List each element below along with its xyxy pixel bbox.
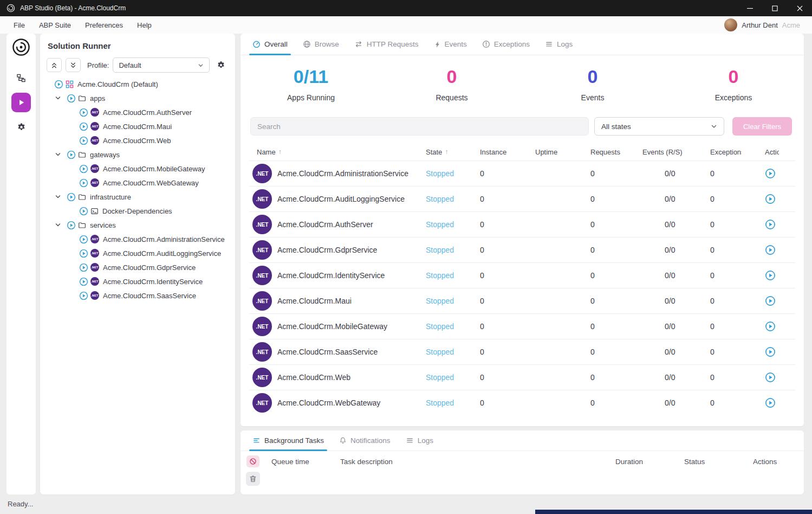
start-app-button[interactable]	[765, 397, 776, 408]
tree-item[interactable]: .NET Acme.CloudCrm.WebGateway	[40, 176, 235, 190]
tree-item[interactable]: .NET Acme.CloudCrm.SaasService	[40, 288, 235, 303]
tab[interactable]: Events	[426, 34, 475, 55]
tree-item[interactable]: .NET Acme.CloudCrm.AdministrationService	[40, 232, 235, 246]
start-app-button[interactable]	[765, 194, 776, 204]
close-button[interactable]	[787, 0, 812, 16]
tab[interactable]: Logs	[537, 34, 580, 55]
tree-item[interactable]: .NET infrastructure	[40, 190, 235, 204]
runner-settings-button[interactable]	[213, 57, 229, 73]
play-circle-icon[interactable]	[79, 108, 88, 117]
column-header[interactable]: State ↑	[426, 148, 480, 156]
chevron-down-icon[interactable]	[54, 222, 62, 228]
column-header[interactable]: Name ↑	[249, 148, 426, 156]
tree-item[interactable]: .NET Acme.CloudCrm.AuthServer	[40, 105, 235, 119]
table-row[interactable]: .NET Acme.CloudCrm.GdprService Stopped 0…	[249, 237, 795, 262]
table-row[interactable]: .NET Acme.CloudCrm.WebGateway Stopped 0 …	[249, 390, 795, 415]
table-row[interactable]: .NET Acme.CloudCrm.SaasService Stopped 0…	[249, 339, 795, 364]
cancel-task-button[interactable]	[246, 455, 259, 467]
hierarchy-icon	[16, 73, 26, 83]
play-circle-icon[interactable]	[79, 249, 88, 258]
play-circle-icon[interactable]	[79, 291, 88, 300]
solution-explorer-button[interactable]	[11, 68, 31, 88]
menu-item[interactable]: ABP Suite	[32, 21, 78, 29]
play-circle-icon[interactable]	[79, 207, 88, 216]
play-circle-icon[interactable]	[67, 94, 76, 103]
tab[interactable]: Logs	[398, 431, 441, 451]
column-header[interactable]: Actions	[765, 148, 795, 156]
dotnet-badge: .NET	[252, 342, 272, 362]
play-circle-icon[interactable]	[79, 178, 88, 188]
play-circle-icon[interactable]	[67, 150, 76, 159]
column-header[interactable]: Uptime	[535, 148, 590, 156]
play-circle-icon[interactable]	[79, 164, 88, 174]
play-circle-icon[interactable]	[79, 277, 88, 286]
menu-item[interactable]: Help	[130, 21, 159, 29]
tab[interactable]: Overall	[245, 34, 295, 55]
state-badge: Stopped	[426, 322, 480, 331]
table-row[interactable]: .NET Acme.CloudCrm.Maui Stopped 0 0 0/0 …	[249, 288, 795, 313]
maximize-button[interactable]	[762, 0, 787, 16]
tree-item[interactable]: .NET Acme.CloudCrm.AuditLoggingService	[40, 246, 235, 260]
table-row[interactable]: .NET Acme.CloudCrm.Web Stopped 0 0 0/0 0	[249, 364, 795, 390]
tab[interactable]: HTTP Requests	[347, 34, 426, 55]
minimize-button[interactable]	[737, 0, 762, 16]
column-header[interactable]: Events (R/S)	[642, 148, 710, 156]
state-filter-select[interactable]: All states	[594, 117, 724, 136]
settings-button[interactable]	[11, 117, 31, 137]
play-circle-icon[interactable]	[54, 80, 63, 89]
chevron-down-icon[interactable]	[54, 95, 62, 101]
tab[interactable]: Browse	[295, 34, 347, 55]
play-circle-icon[interactable]	[79, 235, 88, 244]
menu-item[interactable]: Preferences	[78, 21, 130, 29]
tree-item[interactable]: .NET Acme.CloudCrm.IdentityService	[40, 274, 235, 288]
solution-runner-button[interactable]	[11, 93, 31, 112]
tree-item[interactable]: .NET apps	[40, 91, 235, 105]
start-app-button[interactable]	[765, 321, 776, 332]
column-header[interactable]: Instance	[480, 148, 535, 156]
table-row[interactable]: .NET Acme.CloudCrm.IdentityService Stopp…	[249, 262, 795, 288]
tree-item[interactable]: .NET services	[40, 218, 235, 232]
start-app-button[interactable]	[765, 346, 776, 357]
start-app-button[interactable]	[765, 372, 776, 383]
play-circle-icon[interactable]	[79, 136, 88, 145]
start-app-button[interactable]	[765, 168, 776, 179]
start-app-button[interactable]	[765, 270, 776, 281]
clear-tasks-button[interactable]	[246, 472, 260, 486]
tree-item[interactable]: .NET Acme.CloudCrm.Maui	[40, 119, 235, 133]
column-header[interactable]: Requests	[590, 148, 642, 156]
tab[interactable]: Exceptions	[475, 34, 537, 55]
collapse-all-button[interactable]	[47, 58, 62, 72]
start-app-button[interactable]	[765, 295, 776, 306]
tree-item[interactable]: .NET Acme.CloudCrm.GdprService	[40, 260, 235, 274]
play-circle-icon[interactable]	[67, 221, 76, 230]
user-block[interactable]: Arthur Dent Acme	[724, 18, 812, 31]
table-row[interactable]: .NET Acme.CloudCrm.AdministrationService…	[249, 160, 795, 186]
tree-item[interactable]: .NET Acme.CloudCrm (Default)	[40, 77, 235, 91]
stat-value: 0/11	[241, 66, 381, 87]
expand-all-button[interactable]	[66, 58, 81, 72]
tree-item[interactable]: .NET Acme.CloudCrm.Web	[40, 133, 235, 147]
chevron-down-icon[interactable]	[54, 151, 62, 158]
chevron-down-icon[interactable]	[54, 194, 62, 200]
search-input[interactable]	[250, 117, 589, 136]
start-app-button[interactable]	[765, 245, 776, 255]
menu-items: FileABP SuitePreferencesHelp	[0, 21, 159, 29]
table-row[interactable]: .NET Acme.CloudCrm.AuthServer Stopped 0 …	[249, 211, 795, 237]
tab[interactable]: Notifications	[332, 431, 398, 451]
tab[interactable]: Background Tasks	[245, 431, 332, 451]
tree-item[interactable]: .NET Acme.CloudCrm.MobileGateway	[40, 162, 235, 176]
tab-label: Overall	[264, 40, 288, 48]
play-circle-icon[interactable]	[79, 263, 88, 272]
table-row[interactable]: .NET Acme.CloudCrm.MobileGateway Stopped…	[249, 313, 795, 339]
tree-item[interactable]: .NET Docker-Dependencies	[40, 204, 235, 218]
menu-item[interactable]: File	[7, 21, 32, 29]
tree-item[interactable]: .NET gateways	[40, 147, 235, 162]
start-app-button[interactable]	[765, 219, 776, 230]
play-circle-icon[interactable]	[67, 192, 76, 202]
table-row[interactable]: .NET Acme.CloudCrm.AuditLoggingService S…	[249, 186, 795, 211]
profile-select[interactable]: Default	[113, 57, 210, 73]
clear-filters-button[interactable]: Clear Filters	[732, 117, 792, 136]
column-header: Duration	[615, 458, 684, 466]
play-circle-icon[interactable]	[79, 122, 88, 131]
column-header[interactable]: Exceptions	[710, 148, 765, 156]
